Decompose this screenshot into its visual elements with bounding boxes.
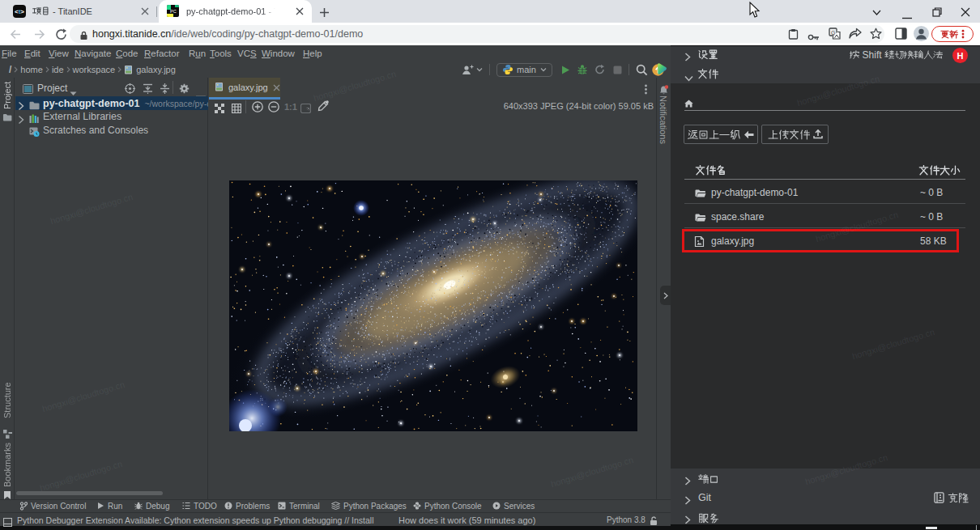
svg-text:PC: PC (170, 9, 177, 14)
svg-text:G: G (831, 30, 835, 36)
